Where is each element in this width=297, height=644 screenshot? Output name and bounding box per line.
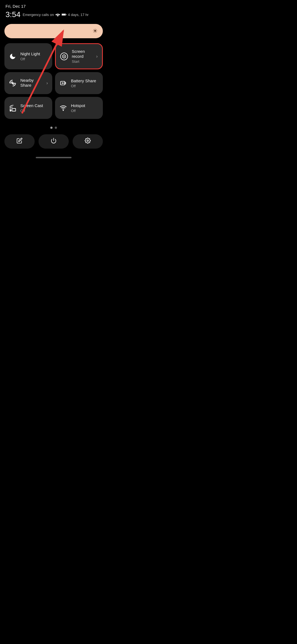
quick-tiles-grid: Night Light Off Screen record Start › xyxy=(0,43,107,119)
status-bar: Fri, Dec 17 3:54 Emergency calls on 4 da… xyxy=(0,0,107,21)
battery-share-title: Battery Share xyxy=(71,78,98,83)
svg-rect-2 xyxy=(66,14,66,15)
home-indicator xyxy=(36,157,72,158)
nearby-share-arrow: › xyxy=(46,81,48,86)
tile-night-light[interactable]: Night Light Off xyxy=(4,43,52,69)
tile-screen-record[interactable]: Screen record Start › xyxy=(55,43,103,69)
settings-icon xyxy=(85,138,91,145)
svg-point-9 xyxy=(63,110,64,111)
hotspot-subtitle: Off xyxy=(71,109,98,113)
cast-icon xyxy=(9,104,16,111)
svg-rect-7 xyxy=(12,108,16,111)
nearby-share-icon xyxy=(9,80,16,87)
night-light-title: Night Light xyxy=(20,51,48,56)
svg-point-8 xyxy=(10,110,11,111)
tile-screen-cast[interactable]: Screen Cast Off xyxy=(4,97,52,119)
page-dot-1 xyxy=(50,127,53,129)
screen-cast-title: Screen Cast xyxy=(20,103,48,108)
battery-share-subtitle: Off xyxy=(71,84,98,88)
battery-text: 4 days, 17 hr xyxy=(68,13,89,17)
tile-battery-share[interactable]: Battery Share Off xyxy=(55,72,103,94)
pagination-dots xyxy=(0,127,107,129)
moon-icon xyxy=(9,53,16,60)
screen-record-title: Screen record xyxy=(72,49,92,59)
status-icons: Emergency calls on 4 days, 17 hr xyxy=(23,13,89,17)
nearby-share-title: Nearby Share xyxy=(20,78,43,88)
power-icon xyxy=(51,138,57,145)
settings-button[interactable] xyxy=(73,134,103,149)
svg-point-0 xyxy=(57,16,58,17)
svg-point-13 xyxy=(87,140,89,141)
night-light-subtitle: Off xyxy=(20,57,48,61)
battery-share-icon xyxy=(59,80,67,87)
edit-button[interactable] xyxy=(4,134,35,149)
screen-record-arrow: › xyxy=(96,54,98,59)
screen-cast-subtitle: Off xyxy=(20,109,48,113)
tile-nearby-share[interactable]: Nearby Share › xyxy=(4,72,52,94)
emergency-text: Emergency calls on xyxy=(23,13,54,17)
svg-rect-3 xyxy=(62,14,65,15)
hotspot-title: Hotspot xyxy=(71,103,98,108)
tile-hotspot[interactable]: Hotspot Off xyxy=(55,97,103,119)
wifi-icon xyxy=(55,13,60,17)
screen-record-subtitle: Start xyxy=(72,59,92,64)
date-display: Fri, Dec 17 xyxy=(6,4,102,9)
hotspot-icon xyxy=(59,104,67,111)
battery-icon xyxy=(62,13,67,17)
screen-record-icon xyxy=(60,53,68,60)
brightness-icon: ☀ xyxy=(92,28,98,35)
bottom-actions xyxy=(0,134,107,149)
edit-icon xyxy=(16,138,23,145)
time-display: 3:54 xyxy=(6,10,21,19)
page-dot-2 xyxy=(55,127,57,129)
brightness-slider[interactable]: ☀ xyxy=(4,24,103,38)
power-button[interactable] xyxy=(38,134,69,149)
